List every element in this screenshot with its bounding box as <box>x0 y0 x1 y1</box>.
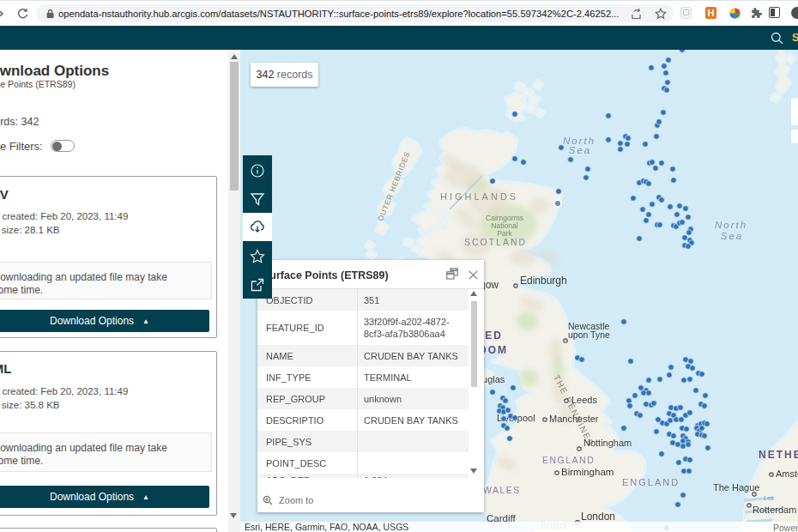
svg-text:North: North <box>715 220 747 230</box>
svg-text:Edinburgh: Edinburgh <box>520 275 567 287</box>
svg-text:NETHERLANDS: NETHERLANDS <box>759 449 798 461</box>
svg-text:upon Tyne: upon Tyne <box>568 329 610 340</box>
svg-text:ENGLAND: ENGLAND <box>542 455 595 465</box>
svg-text:Sea: Sea <box>721 231 743 241</box>
svg-text:SCOTLAND: SCOTLAND <box>464 237 527 247</box>
svg-text:Sea: Sea <box>569 145 591 155</box>
svg-text:WALES: WALES <box>483 485 521 495</box>
svg-text:London: London <box>581 511 615 523</box>
svg-text:The Hague: The Hague <box>713 482 759 493</box>
svg-text:Amsterdam: Amsterdam <box>776 469 798 479</box>
svg-text:Lek: Lek <box>764 494 775 502</box>
svg-text:Rotterdam: Rotterdam <box>753 505 796 515</box>
svg-text:Leeds: Leeds <box>571 395 597 405</box>
svg-text:Park: Park <box>497 229 512 238</box>
svg-text:Nottingham: Nottingham <box>583 438 632 448</box>
svg-text:ENGLAND: ENGLAND <box>622 477 680 487</box>
svg-text:Birmingham: Birmingham <box>561 467 614 477</box>
svg-text:Manchester: Manchester <box>549 414 599 424</box>
svg-text:HIGHLANDS: HIGHLANDS <box>440 191 518 202</box>
